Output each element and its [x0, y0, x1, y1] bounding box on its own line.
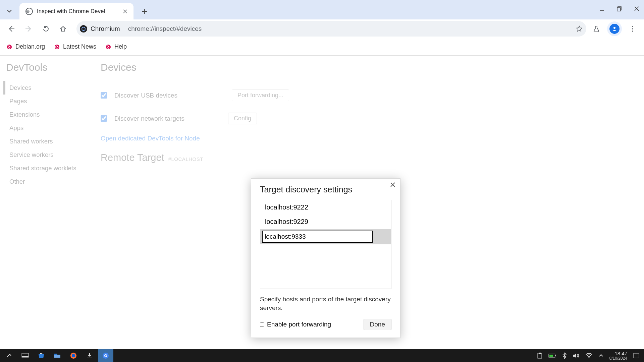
notification-icon: [633, 353, 639, 358]
tray-clock[interactable]: 18:47 8/10/2024: [609, 351, 627, 360]
firefox-icon: [70, 352, 77, 359]
enable-port-forwarding-checkbox[interactable]: [260, 322, 264, 327]
window-close-button[interactable]: [632, 4, 641, 13]
download-icon: [86, 352, 93, 359]
tab-search-dropdown[interactable]: [3, 5, 15, 17]
launcher-icon: [6, 352, 12, 359]
svg-rect-22: [539, 353, 541, 354]
minimize-icon: [599, 6, 605, 12]
svg-point-12: [108, 46, 110, 48]
nav-home-button[interactable]: [56, 21, 71, 36]
modal-footer: Enable port forwarding Done: [260, 319, 391, 330]
tray-chevron[interactable]: [599, 353, 603, 358]
profile-button[interactable]: [607, 21, 622, 36]
enable-port-forwarding-label[interactable]: Enable port forwarding: [260, 321, 331, 328]
browser-menu-button[interactable]: [625, 21, 640, 36]
target-discovery-modal: Target discovery settings localhost:9222…: [251, 178, 400, 338]
labs-button[interactable]: [589, 21, 604, 36]
close-icon: [634, 6, 640, 12]
clipboard-icon: [537, 353, 542, 359]
arrow-right-icon: [25, 25, 32, 33]
chevron-up-icon: [599, 353, 603, 358]
modal-title: Target discovery settings: [260, 185, 391, 194]
port-forwarding-button[interactable]: Port forwarding...: [232, 89, 289, 101]
svg-rect-2: [617, 8, 621, 11]
clock-date: 8/10/2024: [609, 356, 627, 361]
remote-target-heading: Remote Target #LOCALHOST: [101, 152, 631, 163]
modal-help-text: Specify hosts and ports of the target di…: [260, 295, 391, 312]
sidebar-item-service-workers[interactable]: Service workers: [3, 148, 87, 162]
nav-forward-button[interactable]: [21, 21, 36, 36]
bookmark-help[interactable]: Help: [105, 43, 127, 50]
discover-network-checkbox[interactable]: [101, 115, 107, 122]
taskbar-app-launcher[interactable]: [1, 349, 17, 362]
browser-tab[interactable]: Inspect with Chrome Devel: [19, 3, 133, 19]
window-controls: [597, 4, 641, 13]
debian-swirl-icon: [54, 44, 60, 50]
taskbar-downloads[interactable]: [82, 349, 97, 362]
discover-network-label: Discover network targets: [114, 115, 184, 122]
tray-notifications[interactable]: [633, 353, 639, 358]
taskbar-firefox[interactable]: [66, 349, 81, 362]
close-icon: [390, 182, 395, 187]
sidebar-item-pages[interactable]: Pages: [3, 95, 87, 108]
open-devtools-for-node-link[interactable]: Open dedicated DevTools for Node: [101, 135, 200, 142]
svg-point-3: [613, 27, 615, 29]
target-list-item[interactable]: localhost:9229: [260, 215, 391, 229]
site-identity[interactable]: Chromium: [80, 25, 123, 33]
site-identity-label: Chromium: [91, 25, 120, 33]
chevron-down-icon: [7, 8, 12, 14]
bookmark-label: Latest News: [63, 43, 96, 50]
sidebar-item-shared-workers[interactable]: Shared workers: [3, 135, 87, 148]
discover-usb-row: Discover USB devices Port forwarding...: [101, 89, 631, 101]
tab-close-button[interactable]: [121, 8, 129, 15]
sidebar-item-extensions[interactable]: Extensions: [3, 108, 87, 121]
globe-icon: [25, 8, 33, 15]
target-list-item[interactable]: localhost:9222: [260, 200, 391, 215]
url-text: chrome://inspect/#devices: [128, 25, 576, 33]
reload-icon: [42, 25, 50, 33]
window-restore-button[interactable]: [614, 4, 624, 13]
tray-network[interactable]: [585, 353, 593, 359]
bookmark-label: Debian.org: [15, 43, 45, 50]
taskbar-app-store[interactable]: [34, 349, 49, 362]
svg-point-10: [56, 46, 58, 48]
home-icon: [59, 25, 67, 33]
configure-button[interactable]: Config: [228, 113, 257, 124]
discover-usb-label: Discover USB devices: [114, 92, 177, 99]
discover-network-row: Discover network targets Config: [101, 113, 631, 124]
sidebar-item-apps[interactable]: Apps: [3, 121, 87, 135]
new-tab-button[interactable]: [139, 6, 150, 17]
nav-reload-button[interactable]: [39, 21, 53, 36]
tray-clipboard[interactable]: [537, 353, 542, 359]
sidebar-item-other[interactable]: Other: [3, 175, 87, 188]
sidebar-item-shared-storage-worklets[interactable]: Shared storage worklets: [3, 162, 87, 175]
svg-rect-14: [22, 356, 29, 357]
nav-back-button[interactable]: [4, 21, 19, 36]
svg-rect-21: [538, 353, 542, 358]
os-taskbar: 18:47 8/10/2024: [0, 349, 644, 362]
tray-bluetooth[interactable]: [562, 352, 567, 359]
tray-volume[interactable]: [573, 353, 579, 359]
target-host-input[interactable]: [262, 231, 373, 243]
close-icon: [123, 9, 127, 14]
bookmark-latest-news[interactable]: Latest News: [54, 43, 96, 50]
svg-rect-27: [634, 353, 639, 358]
window-titlebar: Inspect with Chrome Devel: [0, 0, 644, 19]
tray-battery[interactable]: [548, 353, 556, 358]
bookmark-star-button[interactable]: [576, 25, 583, 33]
modal-close-button[interactable]: [390, 182, 395, 187]
sidebar-item-devices[interactable]: Devices: [3, 81, 87, 95]
done-button[interactable]: Done: [364, 319, 391, 330]
bookmark-debian[interactable]: Debian.org: [6, 43, 45, 50]
battery-icon: [548, 353, 556, 358]
taskbar-files[interactable]: [50, 349, 65, 362]
bookmarks-bar: Debian.org Latest News Help: [0, 38, 644, 56]
taskbar-show-desktop[interactable]: [17, 349, 33, 362]
discover-usb-checkbox[interactable]: [101, 92, 107, 99]
address-bar[interactable]: Chromium chrome://inspect/#devices: [76, 21, 586, 37]
window-minimize-button[interactable]: [597, 4, 606, 13]
taskbar-chromium[interactable]: [98, 349, 113, 362]
bluetooth-icon: [562, 352, 567, 359]
target-list-item-editing: [260, 229, 391, 244]
